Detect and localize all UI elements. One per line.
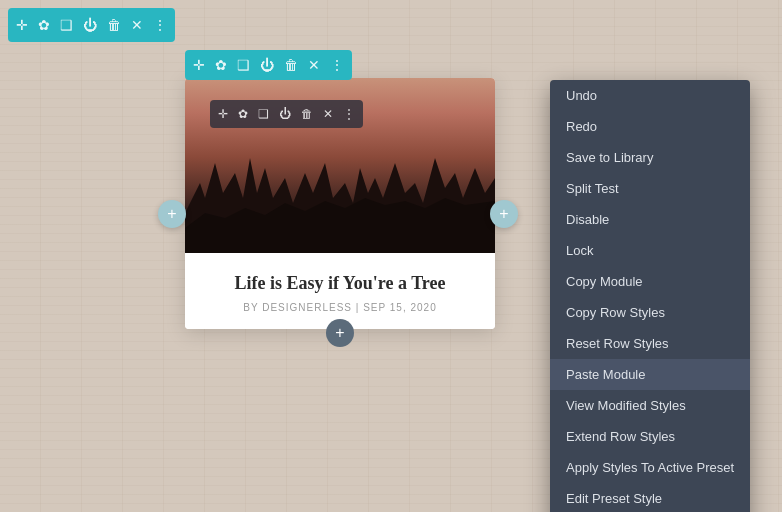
copy-icon-3[interactable]: ❑	[258, 107, 269, 121]
undo-item[interactable]: Undo	[550, 80, 750, 111]
move-icon[interactable]: ✛	[16, 17, 28, 33]
top-toolbar: ✛ ✿ ❑ ⏻ 🗑 ✕ ⋮	[8, 8, 175, 42]
settings-icon-2[interactable]: ✿	[215, 57, 227, 73]
trash-icon-2[interactable]: 🗑	[284, 57, 298, 73]
more-icon-2[interactable]: ⋮	[330, 57, 344, 73]
more-icon-3[interactable]: ⋮	[343, 107, 355, 121]
split-test-item[interactable]: Split Test	[550, 173, 750, 204]
settings-icon[interactable]: ✿	[38, 17, 50, 33]
card-content: Life is Easy if You're a Tree BY DESIGNE…	[185, 253, 495, 329]
add-module-button[interactable]: +	[326, 319, 354, 347]
copy-row-styles-item[interactable]: Copy Row Styles	[550, 297, 750, 328]
close-icon-2[interactable]: ✕	[308, 57, 320, 73]
move-icon-2[interactable]: ✛	[193, 57, 205, 73]
redo-item[interactable]: Redo	[550, 111, 750, 142]
apply-styles-item[interactable]: Apply Styles To Active Preset	[550, 452, 750, 483]
close-icon-3[interactable]: ✕	[323, 107, 333, 121]
add-row-left-button[interactable]: +	[158, 200, 186, 228]
power-icon-3[interactable]: ⏻	[279, 107, 291, 121]
edit-preset-style-item[interactable]: Edit Preset Style	[550, 483, 750, 512]
copy-icon[interactable]: ❑	[60, 17, 73, 33]
context-menu: Undo Redo Save to Library Split Test Dis…	[550, 80, 750, 512]
copy-module-item[interactable]: Copy Module	[550, 266, 750, 297]
trash-icon-3[interactable]: 🗑	[301, 107, 313, 121]
add-row-right-button[interactable]: +	[490, 200, 518, 228]
settings-icon-3[interactable]: ✿	[238, 107, 248, 121]
close-icon[interactable]: ✕	[131, 17, 143, 33]
more-icon[interactable]: ⋮	[153, 17, 167, 33]
view-modified-styles-item[interactable]: View Modified Styles	[550, 390, 750, 421]
forest-svg	[185, 143, 495, 253]
paste-module-item[interactable]: Paste Module	[550, 359, 750, 390]
card-toolbar-2: ✛ ✿ ❑ ⏻ 🗑 ✕ ⋮	[210, 100, 363, 128]
reset-row-styles-item[interactable]: Reset Row Styles	[550, 328, 750, 359]
power-icon-2[interactable]: ⏻	[260, 57, 274, 73]
power-icon[interactable]: ⏻	[83, 17, 97, 33]
save-to-library-item[interactable]: Save to Library	[550, 142, 750, 173]
card-meta: BY DESIGNERLESS | SEP 15, 2020	[201, 302, 479, 313]
disable-item[interactable]: Disable	[550, 204, 750, 235]
extend-row-styles-item[interactable]: Extend Row Styles	[550, 421, 750, 452]
move-icon-3[interactable]: ✛	[218, 107, 228, 121]
card-toolbar-1: ✛ ✿ ❑ ⏻ 🗑 ✕ ⋮	[185, 50, 352, 80]
card-title: Life is Easy if You're a Tree	[201, 273, 479, 294]
copy-icon-2[interactable]: ❑	[237, 57, 250, 73]
trash-icon[interactable]: 🗑	[107, 17, 121, 33]
lock-item[interactable]: Lock	[550, 235, 750, 266]
